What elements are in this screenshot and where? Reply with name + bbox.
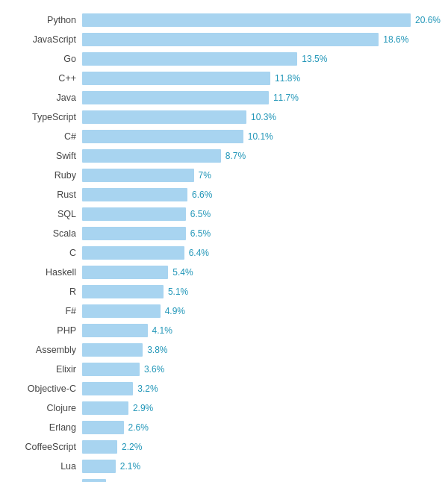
bar-label: TypeScript	[15, 112, 82, 122]
bar-wrap: 7%	[82, 169, 433, 182]
bar-fill	[82, 207, 186, 221]
bar-fill	[82, 246, 184, 260]
bar-wrap: 2.9%	[82, 401, 433, 415]
bar-fill	[82, 266, 168, 279]
bar-label: CoffeeScript	[15, 442, 82, 452]
bar-value-label: 6.5%	[190, 209, 211, 219]
bar-value-label: 8.7%	[225, 151, 246, 161]
bar-fill	[82, 13, 411, 27]
bar-label: Go	[15, 54, 82, 64]
bar-row: Elixir3.6%	[15, 361, 433, 378]
bar-wrap: 20.6%	[82, 13, 441, 27]
bar-label: Java	[15, 93, 82, 103]
bar-wrap: 3.8%	[82, 343, 433, 357]
bar-row: Rust6.6%	[15, 187, 433, 203]
bar-row: Swift8.7%	[15, 148, 433, 164]
bar-label: JavaScript	[15, 34, 82, 45]
bar-row: F#4.9%	[15, 303, 433, 319]
bar-value-label: 3.8%	[147, 345, 167, 355]
bar-label: C#	[15, 131, 82, 142]
bar-label: Clojure	[15, 403, 82, 413]
bar-label: Objective-C	[15, 384, 82, 394]
bar-value-label: 6.4%	[189, 248, 209, 258]
bar-fill	[82, 33, 379, 46]
bar-wrap: 13.5%	[82, 52, 433, 66]
bar-row: Haskell5.4%	[15, 264, 433, 281]
bar-fill	[82, 149, 221, 163]
bar-wrap: 18.6%	[82, 33, 433, 46]
bar-label: C	[15, 248, 82, 258]
bar-fill	[82, 421, 124, 434]
bar-row: Scala6.5%	[15, 225, 433, 242]
bar-wrap: 6.5%	[82, 207, 433, 221]
bar-wrap: 2.6%	[82, 421, 433, 434]
bar-value-label: 2.9%	[133, 403, 153, 413]
bar-label: Rust	[15, 190, 82, 200]
bar-row: CoffeeScript2.2%	[15, 439, 433, 455]
bar-fill	[82, 285, 164, 298]
bar-row: Erlang2.6%	[15, 419, 433, 436]
bar-value-label: 13.5%	[302, 54, 327, 64]
bar-fill	[82, 479, 106, 482]
bar-row: Objective-C3.2%	[15, 381, 433, 397]
bar-value-label: 2.1%	[120, 461, 140, 472]
bar-label: Python	[15, 15, 82, 25]
bar-row: C++11.8%	[15, 70, 433, 87]
bar-row: Python20.6%	[15, 12, 433, 28]
bar-row: C#10.1%	[15, 128, 433, 145]
bar-label: Lua	[15, 461, 82, 472]
bar-wrap: 10.3%	[82, 110, 433, 124]
bar-row: Go13.5%	[15, 51, 433, 67]
bar-wrap: 6.6%	[82, 188, 433, 201]
bar-label: Scala	[15, 228, 82, 239]
bar-wrap: 11.7%	[82, 91, 433, 104]
bar-fill	[82, 440, 117, 454]
bar-value-label: 3.2%	[137, 384, 158, 394]
bar-wrap: 5.1%	[82, 285, 433, 298]
bar-fill	[82, 401, 128, 415]
bar-fill	[82, 324, 148, 337]
bar-fill	[82, 72, 270, 85]
bar-wrap: 1.5%	[82, 479, 433, 482]
bar-label: Swift	[15, 151, 82, 161]
bar-value-label: 3.6%	[144, 364, 164, 375]
bar-chart: Python20.6%JavaScript18.6%Go13.5%C++11.8…	[15, 12, 433, 482]
bar-label: PHP	[15, 325, 82, 336]
bar-fill	[82, 227, 186, 240]
bar-fill	[82, 363, 140, 376]
bar-label: C++	[15, 73, 82, 84]
bar-label: Erlang	[15, 422, 82, 433]
bar-value-label: 10.1%	[248, 131, 273, 142]
bar-row: PHP4.1%	[15, 322, 433, 339]
bar-fill	[82, 343, 143, 357]
bar-wrap: 2.2%	[82, 440, 433, 454]
bar-wrap: 3.6%	[82, 363, 433, 376]
bar-value-label: 10.3%	[251, 112, 276, 122]
bar-fill	[82, 110, 246, 124]
bar-value-label: 7%	[199, 170, 211, 181]
bar-row: Perl1.5%	[15, 478, 433, 482]
bar-value-label: 5.1%	[168, 287, 188, 297]
bar-row: R5.1%	[15, 284, 433, 300]
bar-fill	[82, 382, 133, 395]
bar-row: JavaScript18.6%	[15, 31, 433, 48]
bar-fill	[82, 188, 187, 201]
bar-value-label: 18.6%	[383, 34, 408, 45]
bar-wrap: 6.5%	[82, 227, 433, 240]
bar-value-label: 4.9%	[165, 306, 185, 316]
bar-label: Assembly	[15, 345, 82, 355]
bar-value-label: 11.7%	[273, 93, 299, 103]
bar-row: Ruby7%	[15, 167, 433, 184]
bar-label: SQL	[15, 209, 82, 219]
bar-label: Haskell	[15, 267, 82, 278]
bar-label: R	[15, 287, 82, 297]
bar-value-label: 20.6%	[415, 15, 441, 25]
bar-label: F#	[15, 306, 82, 316]
bar-fill	[82, 169, 194, 182]
bar-wrap: 6.4%	[82, 246, 433, 260]
bar-row: Clojure2.9%	[15, 400, 433, 416]
bar-fill	[82, 460, 116, 473]
bar-wrap: 2.1%	[82, 460, 433, 473]
bar-label: Elixir	[15, 364, 82, 375]
bar-wrap: 5.4%	[82, 266, 433, 279]
